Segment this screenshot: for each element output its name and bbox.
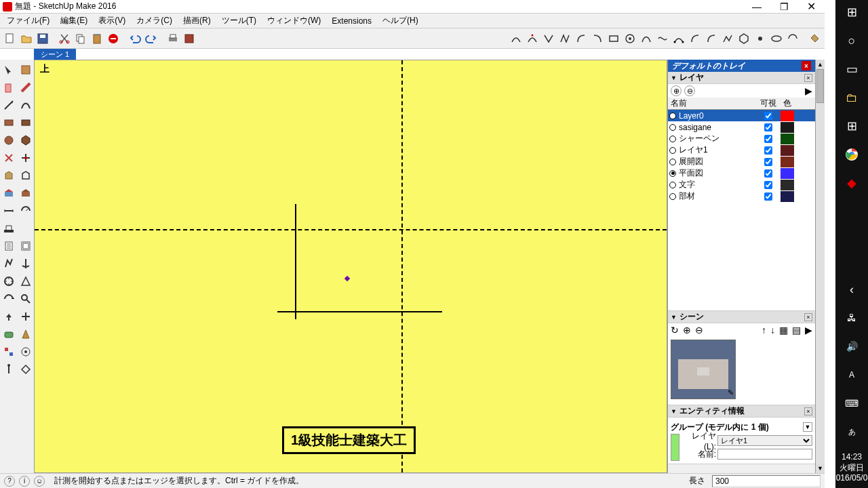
- layer-visible-checkbox[interactable]: [764, 158, 772, 166]
- status-icon-2[interactable]: i: [19, 476, 30, 487]
- remove-layer-button[interactable]: ⊖: [684, 85, 695, 96]
- menu-item-7[interactable]: Extensions: [326, 15, 377, 27]
- circle-tool[interactable]: [623, 31, 637, 46]
- start-button[interactable]: ⊞: [844, 4, 860, 20]
- keyboard-icon[interactable]: ⌨: [844, 395, 860, 411]
- curve-tool-2[interactable]: [655, 31, 670, 46]
- arc-tool-3[interactable]: [541, 31, 556, 46]
- sketchup-icon[interactable]: ◆: [844, 175, 860, 191]
- layer-row[interactable]: レイヤ1: [668, 144, 815, 156]
- layer-row[interactable]: sasigane: [668, 121, 815, 133]
- layer-visible-checkbox[interactable]: [764, 123, 772, 131]
- tray-scrollbar[interactable]: ▲ ▼: [815, 60, 825, 473]
- curve-tool-1[interactable]: [639, 31, 654, 46]
- layer-name[interactable]: sasigane: [677, 123, 756, 132]
- layer-row[interactable]: 展開図: [668, 156, 815, 167]
- layer-color-swatch[interactable]: [781, 191, 794, 202]
- tool-10-1[interactable]: [17, 237, 34, 254]
- scene-tab[interactable]: シーン 1: [34, 49, 76, 60]
- arc-tool-5[interactable]: [574, 31, 589, 46]
- tool-15-1[interactable]: [17, 325, 34, 342]
- scene-list-button[interactable]: ▤: [792, 325, 801, 336]
- ime-icon[interactable]: A: [844, 367, 860, 383]
- scene-menu-button[interactable]: ▶: [805, 325, 812, 336]
- layer-color-swatch[interactable]: [781, 122, 794, 133]
- tool-0-0[interactable]: [0, 61, 17, 78]
- add-layer-button[interactable]: ⊕: [671, 85, 682, 96]
- layer-visible-checkbox[interactable]: [764, 146, 772, 155]
- tool-16-0[interactable]: [0, 343, 17, 360]
- tool-16-1[interactable]: [17, 343, 34, 360]
- scene-view-button[interactable]: ▦: [779, 325, 788, 336]
- tool-17-0[interactable]: [0, 361, 17, 378]
- scene-add-button[interactable]: ⊕: [683, 325, 691, 336]
- model-info-button[interactable]: [182, 31, 197, 46]
- arc-tool-4[interactable]: [557, 31, 572, 46]
- tool-10-0[interactable]: [0, 237, 17, 254]
- tool-14-0[interactable]: [0, 308, 17, 325]
- tool-4-0[interactable]: [0, 131, 17, 148]
- layer-active-radio[interactable]: [669, 136, 676, 142]
- tool-9-0[interactable]: [0, 220, 17, 237]
- status-icon-1[interactable]: ?: [4, 476, 15, 487]
- layer-col-color[interactable]: 色: [781, 98, 794, 109]
- rect-tool[interactable]: [606, 31, 621, 46]
- layer-visible-checkbox[interactable]: [764, 181, 772, 189]
- tool-5-1[interactable]: [17, 149, 34, 166]
- layer-name[interactable]: レイヤ1: [677, 144, 756, 156]
- layer-name[interactable]: シャーペン: [677, 133, 756, 144]
- layer-color-swatch[interactable]: [781, 110, 794, 121]
- layer-name[interactable]: 平面図: [677, 167, 756, 179]
- layer-row[interactable]: 文字: [668, 179, 815, 190]
- collapse-icon[interactable]: ▼: [671, 75, 677, 81]
- layer-active-radio[interactable]: [669, 147, 676, 154]
- layer-col-name[interactable]: 名前: [668, 98, 756, 109]
- curve-tool-3[interactable]: [671, 31, 686, 46]
- entity-color-swatch[interactable]: [671, 434, 679, 461]
- layer-row[interactable]: 平面図: [668, 167, 815, 179]
- curve-tool-4[interactable]: [688, 31, 703, 46]
- menu-item-4[interactable]: 描画(R): [178, 14, 216, 28]
- tool-13-0[interactable]: [0, 290, 17, 307]
- tool-11-0[interactable]: [0, 255, 17, 272]
- network-icon[interactable]: 🖧: [844, 310, 860, 326]
- layers-menu-button[interactable]: ▶: [805, 85, 812, 96]
- close-button[interactable]: ✕: [797, 0, 825, 14]
- tool-7-1[interactable]: [17, 184, 34, 201]
- clock[interactable]: 14:23 火曜日 2016/05/03: [831, 452, 868, 488]
- paste-button[interactable]: [90, 31, 104, 46]
- layer-active-radio[interactable]: [669, 170, 676, 177]
- entity-panel-close[interactable]: ×: [804, 407, 812, 415]
- entity-name-input[interactable]: [717, 449, 812, 460]
- layer-color-swatch[interactable]: [781, 145, 794, 156]
- tool-11-1[interactable]: [17, 255, 34, 272]
- scene-up-button[interactable]: ↑: [762, 325, 766, 336]
- ime-icon-2[interactable]: あ: [844, 424, 860, 440]
- tool-5-0[interactable]: [0, 149, 17, 166]
- tool-6-0[interactable]: [0, 167, 17, 184]
- tool-13-1[interactable]: [17, 290, 34, 307]
- scene-remove-button[interactable]: ⊖: [695, 325, 703, 336]
- layer-color-swatch[interactable]: [781, 157, 794, 167]
- redo-button[interactable]: [144, 31, 159, 46]
- tool-3-0[interactable]: [0, 114, 17, 131]
- menu-item-3[interactable]: カメラ(C): [131, 14, 178, 28]
- tool-8-1[interactable]: [17, 202, 34, 219]
- open-button[interactable]: [19, 31, 34, 46]
- polygon-tool[interactable]: [736, 31, 751, 46]
- ellipse-tool[interactable]: [769, 31, 784, 46]
- undo-button[interactable]: [127, 31, 142, 46]
- scenes-panel-close[interactable]: ×: [804, 313, 812, 321]
- layer-color-swatch[interactable]: [781, 134, 794, 144]
- line-tool-2[interactable]: [720, 31, 735, 46]
- menu-item-2[interactable]: 表示(V): [93, 14, 131, 28]
- layer-visible-checkbox[interactable]: [764, 169, 772, 178]
- canvas[interactable]: 上 1級技能士建築大工: [34, 60, 667, 473]
- cortana-icon[interactable]: ○: [844, 33, 860, 49]
- layer-active-radio[interactable]: [669, 113, 676, 119]
- new-button[interactable]: [3, 31, 18, 46]
- layer-active-radio[interactable]: [669, 182, 676, 188]
- tool-1-1[interactable]: [17, 79, 34, 96]
- layer-visible-checkbox[interactable]: [764, 135, 772, 143]
- arc-tool-6[interactable]: [590, 31, 605, 46]
